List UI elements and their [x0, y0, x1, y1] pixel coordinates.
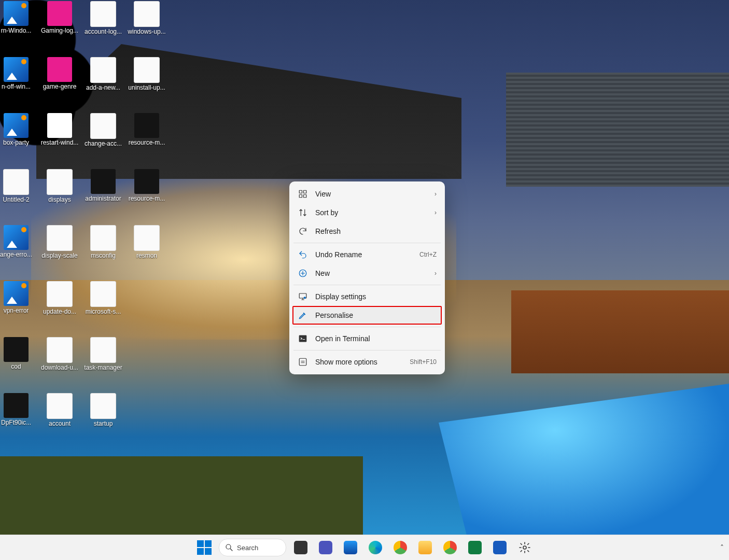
menu-item-show-more-options[interactable]: Show more options Shift+F10 [292, 353, 442, 371]
task-view-icon [294, 541, 307, 554]
system-tray[interactable]: ˄ [720, 543, 724, 552]
menu-item-open-in-terminal[interactable]: Open in Terminal [292, 329, 442, 348]
taskbar-app[interactable] [340, 537, 361, 558]
menu-item-new[interactable]: New › [292, 264, 442, 283]
search-placeholder: Search [237, 544, 258, 552]
icon-label: restart-wind... [38, 139, 81, 146]
desktop-icon[interactable]: box-party [0, 113, 37, 146]
icon-label: n-off-win... [0, 83, 37, 90]
desktop-icon[interactable]: Untitled-2 [0, 169, 37, 203]
desktop-icon[interactable]: vpn-error [0, 281, 37, 314]
task-view-button[interactable] [290, 537, 311, 558]
desktop-icon[interactable]: update-do... [38, 281, 81, 315]
menu-item-undo-rename[interactable]: Undo Rename Ctrl+Z [292, 245, 442, 264]
icon-label: administrator [82, 195, 124, 202]
edge-icon [369, 541, 382, 554]
desktop-icon[interactable]: msconfig [82, 225, 124, 259]
menu-item-sort-by[interactable]: Sort by › [292, 203, 442, 222]
file-thumbnail [47, 225, 73, 251]
icon-label: Gaming-log... [38, 27, 81, 34]
desktop-icon[interactable]: resmon [125, 225, 168, 259]
svg-point-10 [523, 546, 526, 549]
menu-item-view[interactable]: View › [292, 185, 442, 203]
chat-button[interactable] [315, 537, 336, 558]
icon-label: resource-m... [125, 139, 168, 146]
desktop-icon[interactable]: add-a-new... [82, 57, 124, 91]
menu-item-refresh[interactable]: Refresh [292, 222, 442, 241]
desktop-icon[interactable]: resource-m... [125, 169, 168, 202]
desktop-icon[interactable]: uninstall-up... [125, 57, 168, 91]
desktop-icon[interactable]: change-acc... [82, 113, 124, 147]
icon-label: cod [0, 363, 37, 370]
desktop-icon[interactable]: account-log... [82, 1, 124, 35]
desktop-icon[interactable]: displays [38, 169, 81, 203]
icon-label: account-log... [82, 28, 124, 35]
menu-label: Open in Terminal [315, 334, 437, 343]
desktop-context-menu: View › Sort by › Refresh Undo Rename Ctr… [289, 181, 445, 374]
icon-label: microsoft-s... [82, 308, 124, 315]
taskbar: Search ˄ [0, 535, 729, 560]
icon-label: uninstall-up... [125, 84, 168, 91]
svg-rect-3 [304, 195, 306, 198]
menu-separator [293, 327, 441, 327]
file-thumbnail [4, 393, 29, 418]
desktop-icon[interactable]: restart-wind... [38, 113, 81, 146]
edge-button[interactable] [365, 537, 386, 558]
taskbar-search[interactable]: Search [219, 539, 286, 556]
file-thumbnail [134, 169, 159, 194]
desktop-icon[interactable]: download-u... [38, 337, 81, 371]
start-button[interactable] [194, 537, 215, 558]
file-thumbnail [47, 57, 72, 82]
desktop-icon[interactable]: DpFt90ic... [0, 393, 37, 426]
tray-chevron-up-icon[interactable]: ˄ [720, 543, 724, 552]
file-explorer-button[interactable] [415, 537, 436, 558]
desktop-icon[interactable]: ange-erro... [0, 225, 37, 258]
desktop-icon[interactable]: administrator [82, 169, 124, 202]
desktop-icon[interactable]: microsoft-s... [82, 281, 124, 315]
svg-rect-0 [299, 190, 302, 193]
file-thumbnail [90, 337, 116, 363]
file-thumbnail [134, 57, 160, 83]
gear-icon [518, 541, 531, 554]
undo-icon [298, 249, 308, 260]
desktop-icon[interactable]: display-scale [38, 225, 81, 259]
menu-item-personalise[interactable]: Personalise [292, 306, 442, 325]
chrome-profile-button[interactable] [440, 537, 460, 558]
chat-icon [319, 541, 332, 554]
word-button[interactable] [489, 537, 510, 558]
file-thumbnail [90, 113, 116, 139]
file-thumbnail [90, 281, 116, 307]
desktop-icon[interactable]: account [38, 393, 81, 427]
file-thumbnail [91, 169, 116, 194]
desktop-icon[interactable]: rn-Windo... [0, 1, 37, 34]
chevron-right-icon: › [434, 270, 437, 277]
desktop-icon[interactable]: resource-m... [125, 113, 168, 146]
terminal-icon [298, 333, 308, 344]
windows-logo-icon [197, 540, 212, 555]
desktop-icon[interactable]: Gaming-log... [38, 1, 81, 34]
desktop-icon[interactable]: n-off-win... [0, 57, 37, 90]
icon-label: resmon [125, 252, 168, 259]
icon-label: resource-m... [125, 195, 168, 202]
icon-label: displays [38, 196, 81, 203]
chrome-icon [443, 541, 457, 554]
file-thumbnail [4, 113, 29, 138]
chevron-right-icon: › [434, 190, 437, 198]
desktop-icon[interactable]: startup [82, 393, 124, 427]
file-thumbnail [4, 281, 29, 306]
chrome-button[interactable] [390, 537, 411, 558]
desktop-icon[interactable]: game-genre [38, 57, 81, 90]
menu-shortcut: Shift+F10 [410, 358, 437, 366]
desktop-icon[interactable]: cod [0, 337, 37, 370]
search-icon [225, 543, 234, 552]
icon-label: msconfig [82, 252, 124, 259]
menu-label: Undo Rename [315, 250, 419, 259]
desktop-icon[interactable]: task-manager [82, 337, 124, 371]
file-thumbnail [90, 57, 116, 83]
settings-button[interactable] [514, 537, 535, 558]
svg-rect-8 [299, 358, 306, 366]
desktop-icon[interactable]: windows-up... [125, 1, 168, 35]
menu-item-display-settings[interactable]: Display settings [292, 287, 442, 306]
excel-button[interactable] [465, 537, 485, 558]
folder-icon [418, 541, 432, 554]
